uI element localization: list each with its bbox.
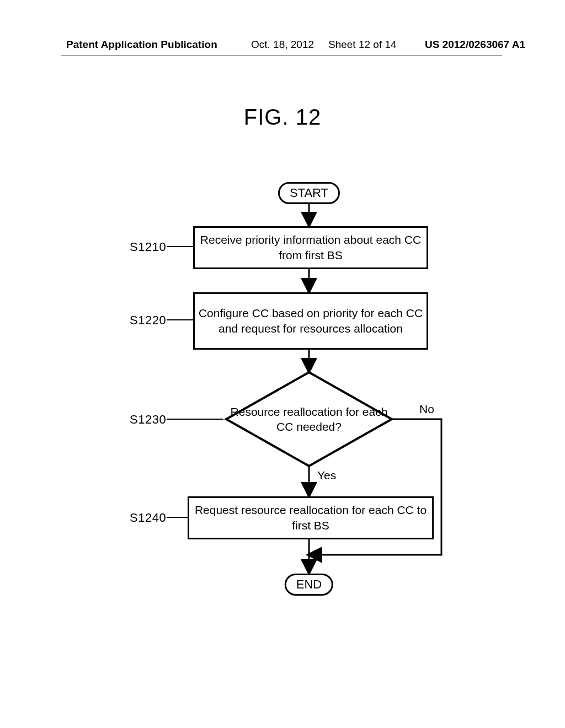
header-date: Oct. 18, 2012: [251, 39, 314, 51]
header-publication: Patent Application Publication: [66, 39, 217, 51]
decision-s1230-text: Resource reallocation for each CC needed…: [226, 372, 392, 466]
edge-no: No: [419, 403, 434, 416]
header-appno: US 2012/0263067 A1: [425, 39, 525, 51]
step-s1210-text: Receive priority information about each …: [195, 232, 427, 264]
start-label: START: [290, 186, 328, 200]
step-label-s1210: S1210: [130, 240, 166, 254]
step-label-s1220: S1220: [130, 313, 166, 328]
step-s1220-text: Configure CC based on priority for each …: [195, 306, 427, 337]
header-divider: [61, 55, 502, 56]
step-s1240-text: Request resource reallocation for each C…: [189, 502, 432, 534]
header-sheet: Sheet 12 of 14: [328, 39, 397, 51]
step-s1240-box: Request resource reallocation for each C…: [188, 496, 434, 539]
step-label-s1240: S1240: [130, 511, 166, 525]
start-node: START: [278, 182, 340, 204]
edge-yes: Yes: [317, 469, 336, 482]
step-s1220-box: Configure CC based on priority for each …: [193, 292, 428, 350]
end-label: END: [296, 577, 322, 591]
end-node: END: [285, 574, 333, 596]
decision-s1230: Resource reallocation for each CC needed…: [226, 372, 392, 466]
step-s1210-box: Receive priority information about each …: [193, 226, 428, 269]
step-label-s1230: S1230: [130, 413, 166, 427]
figure-title: FIG. 12: [0, 105, 565, 130]
